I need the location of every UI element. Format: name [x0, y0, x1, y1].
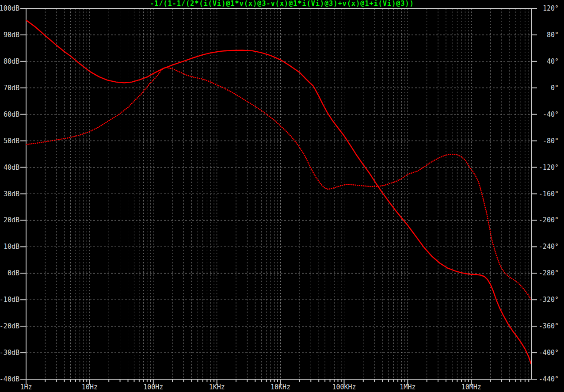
- y-left-tick-label: 70dB: [4, 84, 19, 92]
- y-left-tick-label: -20dB: [0, 322, 19, 330]
- waveform-viewer: -1/(1-1/(2*(i(Vi)@1*v(x)@3-v(x)@1*i(Vi)@…: [0, 0, 564, 392]
- y-right-tick-label: -200°: [539, 216, 559, 224]
- y-left-tick-label: 80dB: [4, 57, 19, 65]
- y-right-tick-label: -320°: [539, 296, 559, 304]
- plot-canvas[interactable]: 100dB90dB80dB70dB60dB50dB40dB30dB20dB10d…: [0, 0, 564, 392]
- x-tick-label: 10Hz: [82, 383, 98, 391]
- y-left-tick-label: -40dB: [0, 375, 19, 383]
- x-tick-label: 1MHz: [400, 383, 415, 391]
- y-left-tick-label: 20dB: [4, 216, 19, 224]
- y-left-tick-label: 50dB: [4, 137, 19, 145]
- x-tick-label: 10KHz: [271, 383, 290, 391]
- trace-magnitude: [26, 20, 531, 364]
- y-right-tick-label: 0°: [551, 84, 559, 92]
- x-tick-label: 1KHz: [209, 383, 225, 391]
- x-tick-label: 10MHz: [461, 383, 481, 391]
- y-right-tick-label: -360°: [539, 322, 559, 330]
- y-right-tick-label: 80°: [547, 31, 559, 39]
- x-tick-label: 100KHz: [332, 383, 356, 391]
- y-right-tick-label: -240°: [539, 243, 559, 251]
- y-right-tick-label: 120°: [543, 4, 559, 12]
- y-left-tick-label: 10dB: [4, 243, 19, 251]
- y-left-tick-label: 90dB: [4, 31, 19, 39]
- y-left-tick-label: 60dB: [4, 110, 19, 118]
- y-right-tick-label: -40°: [543, 110, 559, 118]
- x-tick-label: 100Hz: [143, 383, 163, 391]
- y-left-tick-label: 0dB: [8, 269, 19, 277]
- y-right-tick-label: -120°: [539, 164, 559, 171]
- x-tick-label: 1Hz: [20, 383, 32, 391]
- y-right-tick-label: -160°: [539, 190, 559, 198]
- trace-phase: [26, 67, 531, 300]
- y-right-tick-label: -80°: [543, 137, 559, 145]
- y-right-tick-label: 40°: [547, 57, 559, 65]
- y-left-tick-label: 30dB: [4, 190, 19, 198]
- y-right-tick-label: -440°: [539, 375, 559, 383]
- y-left-tick-label: -10dB: [0, 296, 19, 304]
- y-left-tick-label: 100dB: [0, 4, 19, 12]
- y-right-tick-label: -280°: [539, 269, 559, 277]
- y-left-tick-label: 40dB: [4, 164, 19, 171]
- y-left-tick-label: -30dB: [0, 349, 19, 357]
- y-right-tick-label: -400°: [539, 349, 559, 357]
